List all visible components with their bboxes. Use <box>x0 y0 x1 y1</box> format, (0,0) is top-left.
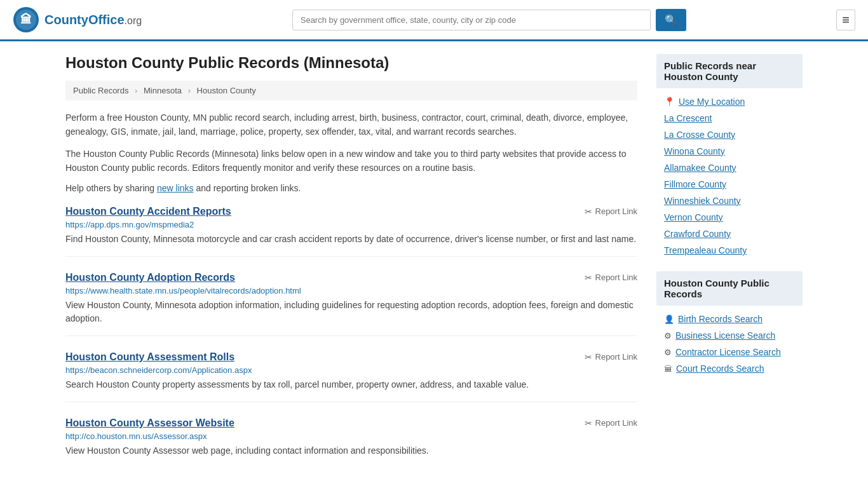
business-license-link[interactable]: Business License Search <box>675 330 775 341</box>
breadcrumb-public-records[interactable]: Public Records <box>73 86 128 95</box>
sidebar-nearby-header: Public Records near Houston County <box>656 54 803 88</box>
gear-icon: ⚙ <box>664 331 672 341</box>
la-crescent-link[interactable]: La Crescent <box>664 113 712 123</box>
sidebar-records-section: Houston County Public Records 👤 Birth Re… <box>656 271 803 377</box>
record-item-accident: Houston County Accident Reports ✂ Report… <box>65 206 637 257</box>
second-para: The Houston County Public Records (Minne… <box>65 147 637 175</box>
record-desc-assessment: Search Houston County property assessmen… <box>65 378 637 391</box>
record-url-assessor[interactable]: http://co.houston.mn.us/Assessor.aspx <box>65 431 637 441</box>
report-link-label: Report Link <box>595 207 637 216</box>
intro-text: Perform a free Houston County, MN public… <box>65 111 637 139</box>
logo-area: 🏛 CountyOffice.org <box>13 6 142 33</box>
menu-button[interactable]: ≡ <box>836 10 855 30</box>
record-desc-accident: Find Houston County, Minnesota motorcycl… <box>65 233 637 246</box>
record-url-accident[interactable]: https://app.dps.mn.gov/mspmedia2 <box>65 220 637 229</box>
record-header-assessment: Houston County Assessment Rolls ✂ Report… <box>65 351 637 363</box>
report-link-label-3: Report Link <box>595 352 637 362</box>
record-item-adoption: Houston County Adoption Records ✂ Report… <box>65 272 637 336</box>
scissors-icon: ✂ <box>585 207 592 217</box>
record-desc-adoption: View Houston County, Minnesota adoption … <box>65 299 637 325</box>
scissors-icon-3: ✂ <box>585 352 592 362</box>
gear-icon-2: ⚙ <box>664 348 672 357</box>
help-pre: Help others by sharing <box>65 183 157 193</box>
logo-text: CountyOffice.org <box>44 13 142 27</box>
record-item-assessor: Houston County Assessor Website ✂ Report… <box>65 417 637 468</box>
search-area: 🔍 <box>292 9 686 31</box>
sidebar-item-use-location[interactable]: 📍 Use My Location <box>656 93 803 110</box>
help-text: Help others by sharing new links and rep… <box>65 183 637 193</box>
sidebar-item-court[interactable]: 🏛 Court Records Search <box>656 360 803 377</box>
header-right: ≡ <box>836 10 855 30</box>
sidebar-item-fillmore[interactable]: Fillmore County <box>656 176 803 193</box>
breadcrumb: Public Records › Minnesota › Houston Cou… <box>65 81 637 100</box>
scissors-icon-4: ✂ <box>585 418 592 428</box>
record-url-adoption[interactable]: https://www.health.state.mn.us/people/vi… <box>65 286 637 295</box>
report-link-label-4: Report Link <box>595 418 637 428</box>
sidebar: Public Records near Houston County 📍 Use… <box>656 54 803 483</box>
person-icon: 👤 <box>664 315 674 324</box>
record-item-assessment: Houston County Assessment Rolls ✂ Report… <box>65 351 637 402</box>
sidebar-item-contractor[interactable]: ⚙ Contractor License Search <box>656 344 803 360</box>
sidebar-item-winona[interactable]: Winona County <box>656 143 803 159</box>
fillmore-link[interactable]: Fillmore County <box>664 179 726 189</box>
svg-text:🏛: 🏛 <box>20 13 32 26</box>
breadcrumb-houston-county: Houston County <box>197 86 256 95</box>
winneshiek-link[interactable]: Winneshiek County <box>664 196 741 206</box>
court-records-link[interactable]: Court Records Search <box>676 363 764 374</box>
record-title-assessment[interactable]: Houston County Assessment Rolls <box>65 351 234 363</box>
record-header-assessor: Houston County Assessor Website ✂ Report… <box>65 417 637 429</box>
record-header-adoption: Houston County Adoption Records ✂ Report… <box>65 272 637 283</box>
report-link-accident[interactable]: ✂ Report Link <box>585 207 637 217</box>
report-link-assessor[interactable]: ✂ Report Link <box>585 418 637 428</box>
la-crosse-link[interactable]: La Crosse County <box>664 130 735 140</box>
header: 🏛 CountyOffice.org 🔍 ≡ <box>0 0 868 41</box>
logo-icon: 🏛 <box>13 6 39 33</box>
crawford-link[interactable]: Crawford County <box>664 229 731 239</box>
records-list: Houston County Accident Reports ✂ Report… <box>65 206 637 468</box>
sidebar-item-vernon[interactable]: Vernon County <box>656 209 803 226</box>
report-link-assessment[interactable]: ✂ Report Link <box>585 352 637 362</box>
record-title-adoption[interactable]: Houston County Adoption Records <box>65 272 235 283</box>
content: Houston County Public Records (Minnesota… <box>65 54 637 483</box>
contractor-license-link[interactable]: Contractor License Search <box>675 347 781 357</box>
allamakee-link[interactable]: Allamakee County <box>664 163 736 173</box>
sidebar-item-la-crescent[interactable]: La Crescent <box>656 110 803 126</box>
record-header-accident: Houston County Accident Reports ✂ Report… <box>65 206 637 217</box>
sidebar-item-winneshiek[interactable]: Winneshiek County <box>656 193 803 209</box>
record-title-assessor[interactable]: Houston County Assessor Website <box>65 417 234 429</box>
vernon-link[interactable]: Vernon County <box>664 212 723 222</box>
report-link-adoption[interactable]: ✂ Report Link <box>585 273 637 283</box>
pin-icon: 📍 <box>664 97 675 107</box>
breadcrumb-sep-1: › <box>135 86 137 95</box>
trempealeau-link[interactable]: Trempealeau County <box>664 245 747 255</box>
page-title: Houston County Public Records (Minnesota… <box>65 54 637 72</box>
report-link-label-2: Report Link <box>595 273 637 282</box>
sidebar-item-birth[interactable]: 👤 Birth Records Search <box>656 311 803 327</box>
record-desc-assessor: View Houston County Assessor web page, i… <box>65 444 637 458</box>
sidebar-item-trempealeau[interactable]: Trempealeau County <box>656 242 803 259</box>
sidebar-item-la-crosse[interactable]: La Crosse County <box>656 126 803 143</box>
court-icon: 🏛 <box>664 364 672 374</box>
sidebar-item-allamakee[interactable]: Allamakee County <box>656 159 803 176</box>
help-post: and reporting broken links. <box>194 183 301 193</box>
sidebar-records-header: Houston County Public Records <box>656 271 803 306</box>
main-container: Houston County Public Records (Minnesota… <box>53 41 815 488</box>
breadcrumb-sep-2: › <box>188 86 191 95</box>
search-button[interactable]: 🔍 <box>656 9 686 31</box>
breadcrumb-minnesota[interactable]: Minnesota <box>144 86 182 95</box>
record-url-assessment[interactable]: https://beacon.schneidercorp.com/Applica… <box>65 365 637 375</box>
birth-records-link[interactable]: Birth Records Search <box>678 314 763 324</box>
scissors-icon-2: ✂ <box>585 273 592 283</box>
record-title-accident[interactable]: Houston County Accident Reports <box>65 206 231 217</box>
hamburger-icon: ≡ <box>842 13 850 27</box>
search-input[interactable] <box>292 10 651 30</box>
search-icon: 🔍 <box>665 15 677 25</box>
sidebar-item-business[interactable]: ⚙ Business License Search <box>656 327 803 344</box>
sidebar-item-crawford[interactable]: Crawford County <box>656 226 803 242</box>
sidebar-nearby-section: Public Records near Houston County 📍 Use… <box>656 54 803 259</box>
new-links-link[interactable]: new links <box>157 183 194 193</box>
winona-link[interactable]: Winona County <box>664 146 725 156</box>
use-my-location-link[interactable]: Use My Location <box>679 97 745 107</box>
